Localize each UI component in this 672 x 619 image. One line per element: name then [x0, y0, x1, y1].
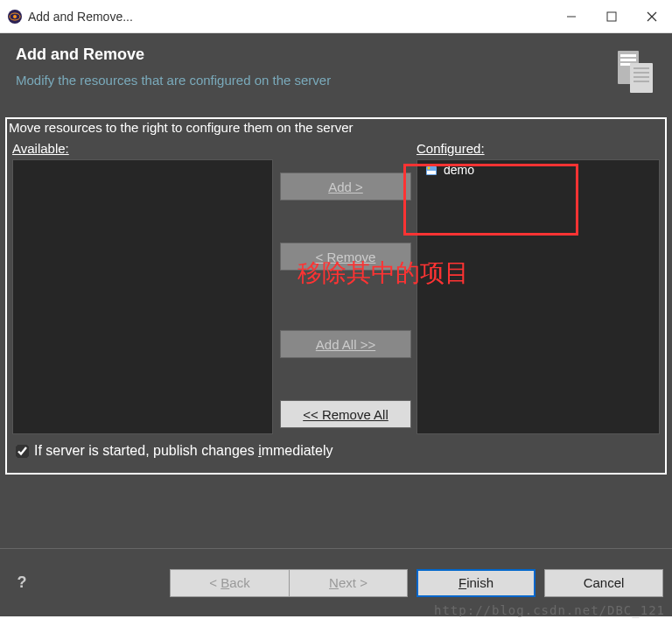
header-title: Add and Remove — [16, 46, 612, 64]
back-button[interactable]: < Back — [170, 569, 289, 597]
window-buttons — [551, 1, 672, 32]
add-all-button[interactable]: Add All >> — [280, 330, 411, 358]
svg-point-17 — [428, 167, 430, 170]
cancel-button[interactable]: Cancel — [544, 569, 663, 597]
svg-rect-11 — [630, 63, 653, 93]
finish-button[interactable]: Finish — [416, 569, 536, 597]
dialog-content: Move resources to the right to configure… — [0, 112, 672, 548]
server-icon — [612, 46, 656, 98]
titlebar: Add and Remove... — [0, 0, 672, 33]
svg-rect-9 — [620, 59, 636, 61]
svg-point-2 — [13, 15, 17, 18]
svg-rect-18 — [427, 171, 436, 174]
checkbox-label: If server is started, publish changes im… — [34, 443, 333, 459]
instruction-text: Move resources to the right to configure… — [7, 119, 665, 136]
header-subtitle: Modify the resources that are configured… — [16, 73, 612, 88]
watermark: http://blog.csdn.net/DBC_121 — [434, 603, 665, 617]
publish-checkbox-row[interactable]: If server is started, publish changes im… — [7, 434, 665, 468]
list-item[interactable]: demo — [417, 160, 659, 179]
add-button[interactable]: Add > — [280, 172, 411, 200]
configured-list[interactable]: demo — [416, 159, 660, 434]
help-button[interactable]: ? — [9, 570, 35, 596]
remove-all-button[interactable]: << Remove All — [280, 400, 411, 428]
available-label: Available: — [12, 141, 273, 156]
svg-rect-8 — [620, 54, 636, 57]
close-button[interactable] — [632, 1, 672, 32]
configured-label: Configured: — [416, 141, 660, 156]
available-list[interactable] — [12, 159, 273, 434]
dialog-header: Add and Remove Modify the resources that… — [0, 33, 672, 112]
publish-checkbox[interactable] — [16, 445, 29, 458]
module-icon — [424, 163, 438, 177]
remove-button[interactable]: < Remove — [280, 243, 411, 271]
window-title: Add and Remove... — [28, 10, 551, 24]
list-item-label: demo — [444, 163, 474, 177]
eclipse-icon — [7, 9, 23, 25]
svg-rect-4 — [607, 12, 616, 21]
minimize-button[interactable] — [551, 1, 592, 32]
maximize-button[interactable] — [592, 1, 632, 32]
next-button[interactable]: Next > — [289, 569, 408, 597]
